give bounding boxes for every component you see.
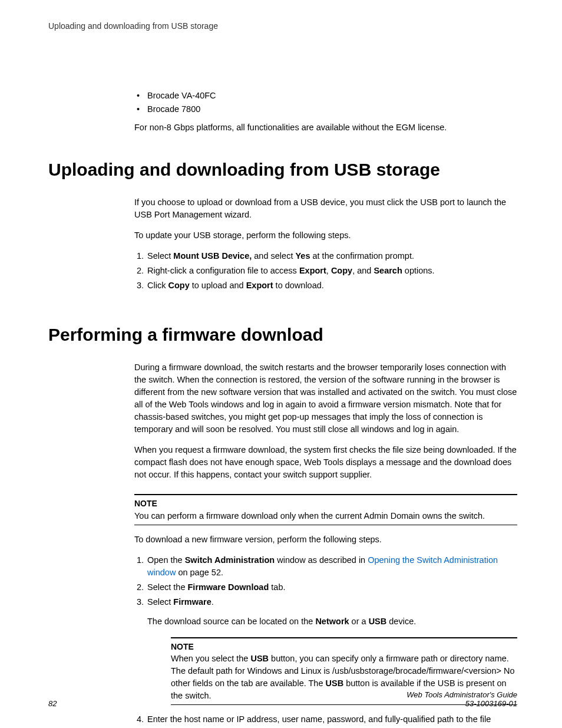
note-rule-top xyxy=(134,494,517,495)
step-item: Open the Switch Administration window as… xyxy=(146,554,517,579)
text: on page 52. xyxy=(176,568,223,577)
text: , and xyxy=(352,266,373,275)
sub-paragraph: The download source can be located on th… xyxy=(147,615,517,628)
page: Uploading and downloading from USB stora… xyxy=(0,0,562,728)
text: Click xyxy=(147,281,168,290)
bold: Firmware Download xyxy=(188,582,269,592)
note-body: You can perform a firmware download only… xyxy=(134,510,517,522)
bold: Switch Administration xyxy=(185,555,275,565)
bold: USB xyxy=(369,617,387,626)
text: Right-click a configuration file to acce… xyxy=(147,266,299,275)
bold: USB xyxy=(326,678,344,688)
text: to download. xyxy=(273,281,324,290)
step-item: Click Copy to upload and Export to downl… xyxy=(146,279,517,292)
text: at the confirmation prompt. xyxy=(310,251,414,261)
doc-info: Web Tools Administrator's Guide 53-10031… xyxy=(406,690,517,708)
text: tab. xyxy=(269,582,285,592)
text: . xyxy=(211,597,214,607)
bold: Copy xyxy=(168,281,189,290)
bold: Firmware xyxy=(173,597,211,607)
doc-number: 53-1003169-01 xyxy=(406,699,517,708)
running-head: Uploading and downloading from USB stora… xyxy=(48,21,517,31)
intro-bullets: Brocade VA-40FC Brocade 7800 xyxy=(134,90,517,116)
text: Select xyxy=(147,597,173,607)
text: Select the xyxy=(147,582,188,592)
paragraph: During a firmware download, the switch r… xyxy=(134,361,517,436)
list-item: Brocade 7800 xyxy=(134,103,517,116)
text: The download source can be located on th… xyxy=(147,617,315,626)
text: When you select the xyxy=(171,654,250,663)
text: Open the xyxy=(147,555,185,565)
text: device. xyxy=(386,617,416,626)
note-rule-top xyxy=(171,637,517,638)
page-number: 82 xyxy=(48,699,57,708)
text: options. xyxy=(402,266,435,275)
paragraph: If you choose to upload or download from… xyxy=(134,196,517,221)
bold: USB xyxy=(250,654,269,663)
step-item: Select Mount USB Device, and select Yes … xyxy=(146,250,517,262)
section-body-firmware: During a firmware download, the switch r… xyxy=(134,361,517,728)
text: or a xyxy=(349,617,369,626)
text: Select xyxy=(147,251,173,261)
text: to upload and xyxy=(190,281,246,290)
section-heading-firmware: Performing a firmware download xyxy=(48,325,517,345)
section-heading-usb: Uploading and downloading from USB stora… xyxy=(48,160,517,180)
intro-block: Brocade VA-40FC Brocade 7800 For non-8 G… xyxy=(134,90,517,134)
list-item: Brocade VA-40FC xyxy=(134,90,517,102)
doc-title: Web Tools Administrator's Guide xyxy=(406,690,517,699)
bold: Network xyxy=(315,617,349,626)
paragraph: When you request a firmware download, th… xyxy=(134,444,517,481)
note-rule-bottom xyxy=(134,525,517,525)
bold: Yes xyxy=(295,251,310,261)
step-item: Enter the host name or IP address, user … xyxy=(146,713,517,728)
page-footer: 82 Web Tools Administrator's Guide 53-10… xyxy=(48,690,517,708)
step-item: Select the Firmware Download tab. xyxy=(146,581,517,594)
note-title: NOTE xyxy=(134,498,517,509)
paragraph: To download a new firmware version, perf… xyxy=(134,533,517,546)
text: Enter the host name or IP address, user … xyxy=(147,714,491,728)
bold: Mount USB Device, xyxy=(173,251,252,261)
intro-paragraph: For non-8 Gbps platforms, all functional… xyxy=(134,121,517,134)
text: window as described in xyxy=(275,555,368,565)
step-item: Select Firmware. The download source can… xyxy=(146,596,517,705)
bold: Copy xyxy=(331,266,352,275)
bold: Export xyxy=(246,281,273,290)
text: , xyxy=(326,266,331,275)
bold: Search xyxy=(373,266,402,275)
section-body-usb: If you choose to upload or download from… xyxy=(134,196,517,292)
paragraph: To update your USB storage, perform the … xyxy=(134,229,517,242)
text: and select xyxy=(252,251,295,261)
note-title: NOTE xyxy=(171,641,517,653)
step-item: Right-click a configuration file to acce… xyxy=(146,265,517,277)
bold: Export xyxy=(299,266,326,275)
usb-steps: Select Mount USB Device, and select Yes … xyxy=(134,250,517,292)
